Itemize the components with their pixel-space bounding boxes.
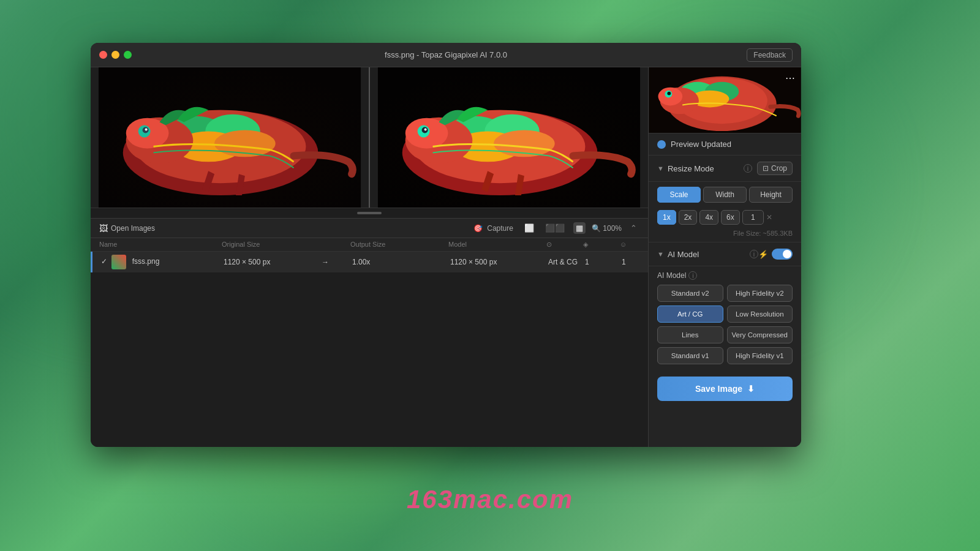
- feedback-button[interactable]: Feedback: [747, 48, 793, 62]
- table-row[interactable]: ✓ fsss.png 1120 × 500 px → 1.00x 1120 × …: [91, 252, 648, 272]
- ai-model-section-label: AI Model: [668, 250, 747, 259]
- col-icon3: ☺: [620, 241, 648, 249]
- mode-buttons: Scale Width Height: [649, 182, 801, 208]
- capture-label: Capture: [487, 224, 513, 233]
- capture-icon: 🎯: [473, 224, 483, 233]
- col-icon1: ⊙: [546, 241, 583, 249]
- ai-chevron-icon: ▼: [657, 250, 664, 258]
- view-single-button[interactable]: ⬜: [522, 222, 537, 234]
- view-split-button[interactable]: ⬛⬛: [543, 222, 567, 234]
- resize-info-icon[interactable]: i: [744, 164, 752, 173]
- ai-model-label-row: AI Model i: [649, 266, 801, 282]
- maximize-button[interactable]: [124, 51, 132, 59]
- close-button[interactable]: [99, 51, 107, 59]
- ai-toggle: ⚡: [758, 249, 793, 260]
- ai-model-label: AI Model: [657, 271, 686, 280]
- open-images-label: Open Images: [111, 224, 155, 233]
- table-header: Name Original Size Output Size Model ⊙ ◈…: [91, 238, 648, 252]
- model-art-cg[interactable]: Art / CG: [657, 305, 723, 323]
- processed-image-panel: [370, 67, 648, 208]
- file-thumbnail: [111, 255, 126, 269]
- file-list-toolbar: 🖼 Open Images 🎯 Capture ⬜ ⬛⬛ ▦ 🔍 100% ⌃: [91, 219, 648, 238]
- right-panel: ⋯ Preview Updated ▼ Resize Mode i ⊡ Crop…: [648, 67, 801, 447]
- model-low-resolution[interactable]: Low Resolution: [727, 305, 793, 323]
- model-lines[interactable]: Lines: [657, 326, 723, 343]
- col-original: Original Size: [222, 241, 320, 249]
- col-model: Model: [448, 241, 546, 249]
- image-icon: 🖼: [99, 223, 108, 233]
- scale-buttons: 1x 2x 4x 6x ✕: [649, 208, 801, 227]
- height-mode-button[interactable]: Height: [749, 187, 793, 203]
- window-title: fsss.png - Topaz Gigapixel AI 7.0.0: [385, 50, 507, 59]
- ai-model-label-info[interactable]: i: [688, 271, 697, 280]
- save-image-button[interactable]: Save Image ⬇: [657, 377, 793, 401]
- expand-button[interactable]: ⌃: [628, 222, 639, 234]
- image-canvas: [91, 67, 648, 208]
- scale-4x-button[interactable]: 4x: [699, 210, 718, 225]
- scale-close-icon[interactable]: ✕: [766, 213, 772, 222]
- crop-label: Crop: [771, 164, 787, 173]
- col-arrow: [320, 241, 350, 249]
- scale-6x-button[interactable]: 6x: [721, 210, 740, 225]
- crop-icon: ⊡: [763, 164, 769, 173]
- toggle-knob: [783, 250, 791, 258]
- ai-toggle-switch[interactable]: [772, 249, 793, 260]
- svg-point-33: [667, 92, 671, 96]
- save-image-label: Save Image: [695, 384, 742, 394]
- model-tag: Art & CG: [548, 258, 585, 266]
- capture-button[interactable]: 🎯 Capture: [471, 222, 516, 234]
- thumbnail-menu[interactable]: ⋯: [785, 72, 795, 84]
- app-body: 🖼 Open Images 🎯 Capture ⬜ ⬛⬛ ▦ 🔍 100% ⌃: [91, 67, 801, 447]
- col-val1: 1: [585, 258, 622, 266]
- col-val2: 1: [622, 258, 648, 266]
- save-icon: ⬇: [747, 384, 755, 394]
- width-mode-button[interactable]: Width: [703, 187, 747, 203]
- file-name: ✓ fsss.png: [101, 255, 224, 269]
- model-standard-v1[interactable]: Standard v1: [657, 347, 723, 364]
- col-output: Output Size: [350, 241, 448, 249]
- scale-1x-button[interactable]: 1x: [657, 210, 676, 225]
- original-image-panel: [91, 67, 370, 208]
- scroll-indicator: [357, 212, 382, 214]
- col-icon2: ◈: [583, 241, 620, 249]
- zoom-display: 🔍 100%: [592, 224, 622, 233]
- svg-point-23: [424, 129, 427, 131]
- file-size-display: File Size: ~585.3KB: [649, 227, 801, 242]
- original-size: 1120 × 500 px: [224, 258, 322, 266]
- resize-chevron-icon: ▼: [657, 165, 664, 172]
- scale-mode-button[interactable]: Scale: [657, 187, 701, 203]
- open-images-button[interactable]: 🖼 Open Images: [99, 223, 155, 233]
- title-bar: fsss.png - Topaz Gigapixel AI 7.0.0 Feed…: [91, 43, 801, 67]
- model-high-fidelity-v2[interactable]: High Fidelity v2: [727, 285, 793, 302]
- scale-display: 1.00x: [352, 258, 450, 266]
- lightning-icon: ⚡: [758, 250, 768, 259]
- model-grid: Standard v2 High Fidelity v2 Art / CG Lo…: [649, 282, 801, 370]
- model-high-fidelity-v1[interactable]: High Fidelity v1: [727, 347, 793, 364]
- preview-dot: [657, 140, 666, 149]
- model-very-compressed[interactable]: Very Compressed: [727, 326, 793, 343]
- ai-model-section[interactable]: ▼ AI Model i ⚡: [649, 242, 801, 266]
- ai-model-info-icon[interactable]: i: [750, 250, 758, 258]
- main-content: 🖼 Open Images 🎯 Capture ⬜ ⬛⬛ ▦ 🔍 100% ⌃: [91, 67, 648, 447]
- preview-updated-label: Preview Updated: [671, 140, 731, 149]
- scale-2x-button[interactable]: 2x: [679, 210, 698, 225]
- watermark: 163mac.com: [407, 485, 573, 514]
- col-name: Name: [99, 241, 222, 249]
- app-window: fsss.png - Topaz Gigapixel AI 7.0.0 Feed…: [91, 43, 801, 447]
- crop-button[interactable]: ⊡ Crop: [757, 162, 793, 175]
- preview-updated-row: Preview Updated: [649, 133, 801, 156]
- resize-mode-label: Resize Mode: [668, 164, 741, 173]
- custom-scale-input[interactable]: [742, 210, 764, 225]
- thumbnail-area: ⋯: [649, 67, 801, 133]
- model-standard-v2[interactable]: Standard v2: [657, 285, 723, 302]
- output-size: 1120 × 500 px: [450, 258, 548, 266]
- arrow-icon: →: [322, 258, 352, 266]
- svg-point-11: [145, 129, 148, 131]
- check-icon: ✓: [101, 257, 107, 266]
- file-list-area: 🖼 Open Images 🎯 Capture ⬜ ⬛⬛ ▦ 🔍 100% ⌃: [91, 218, 648, 272]
- resize-mode-section[interactable]: ▼ Resize Mode i ⊡ Crop: [649, 156, 801, 182]
- view-grid-button[interactable]: ▦: [573, 222, 586, 234]
- traffic-lights: [99, 51, 132, 59]
- minimize-button[interactable]: [111, 51, 119, 59]
